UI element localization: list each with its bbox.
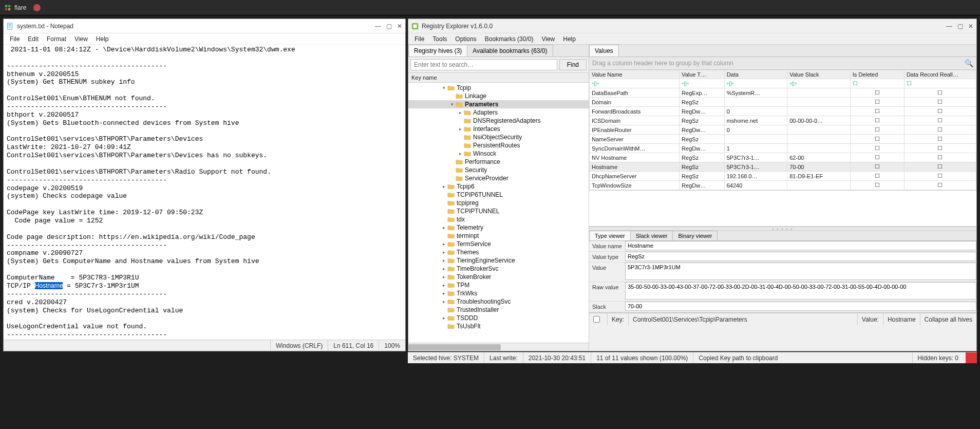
menu-view[interactable]: View	[71, 34, 91, 44]
registry-tree[interactable]: ▾TcpipLinkage▾Parameters▸AdaptersDNSRegi…	[408, 83, 589, 343]
key-checkbox[interactable]	[593, 316, 600, 323]
left-tabs: Registry hives (3)Available bookmarks (6…	[408, 45, 589, 57]
tree-node[interactable]: ▸Winsock	[408, 150, 589, 158]
col-header[interactable]: Is Deleted	[850, 70, 904, 79]
taskbar-close-icon[interactable]	[33, 4, 41, 11]
tab-available-bookmarks-[interactable]: Available bookmarks (63/0)	[467, 45, 553, 57]
notepad-menubar: FileEditFormatViewHelp	[4, 33, 405, 45]
status-indicator-icon[interactable]	[966, 352, 977, 363]
tree-node[interactable]: Security	[408, 166, 589, 174]
notepad-titlebar[interactable]: system.txt - Notepad — ▢ ✕	[4, 19, 405, 33]
tree-node[interactable]: PersistentRoutes	[408, 141, 589, 150]
menu-tools[interactable]: Tools	[429, 34, 450, 44]
tree-node[interactable]: NsiObjectSecurity	[408, 133, 589, 141]
tree-node[interactable]: Linkage	[408, 92, 589, 100]
col-header[interactable]: Data	[724, 70, 787, 79]
tree-node[interactable]: ServiceProvider	[408, 174, 589, 182]
notepad-text-area[interactable]: 2021-11-01 08:24:12Z - \Device\HarddiskV…	[4, 45, 405, 340]
tab-values[interactable]: Values	[589, 45, 619, 57]
tree-node[interactable]: ▾Parameters	[408, 100, 589, 108]
tree-node[interactable]: ▾Tcpip	[408, 84, 589, 92]
tree-node[interactable]: ▸Interfaces	[408, 125, 589, 133]
tree-node[interactable]: ▸Tcpip6	[408, 182, 589, 191]
menu-options[interactable]: Options	[452, 34, 479, 44]
close-button[interactable]: ✕	[968, 23, 973, 30]
group-header[interactable]: Drag a column header here to group by th…	[589, 57, 976, 70]
menu-edit[interactable]: Edit	[25, 34, 42, 44]
grid-row[interactable]: NV HostnameRegSz5P3C7r3-1…62-00☐☐	[590, 153, 976, 162]
minimize-button[interactable]: —	[375, 23, 381, 30]
menu-format[interactable]: Format	[44, 34, 69, 44]
tree-node[interactable]: terminpt	[408, 232, 589, 240]
svg-rect-3	[8, 8, 10, 10]
menu-file[interactable]: File	[7, 34, 23, 44]
tree-node[interactable]: ▸TokenBroker	[408, 273, 589, 281]
tree-node[interactable]: Performance	[408, 158, 589, 166]
grid-row[interactable]: DhcpNameServerRegSz192.168.0…81-D9-E1-EF…	[590, 172, 976, 181]
tree-node[interactable]: ▸TroubleshootingSvc	[408, 297, 589, 306]
tab-type-viewer[interactable]: Type viewer	[589, 231, 631, 240]
tree-node[interactable]: ▸Telemetry	[408, 223, 589, 232]
grid-row[interactable]: NameServerRegSz☐☐	[590, 135, 976, 144]
minimize-button[interactable]: —	[946, 23, 952, 30]
col-header[interactable]: Value Name	[590, 70, 680, 79]
col-header[interactable]: Data Record Reall…	[904, 70, 976, 79]
grid-row[interactable]: TcpWindowSizeRegDw…64240☐☐	[590, 181, 976, 190]
status-zoom: 100%	[379, 340, 405, 351]
detail-value-type[interactable]	[625, 252, 976, 261]
menu-file[interactable]: File	[411, 34, 427, 44]
grid-row[interactable]: DomainRegSz☐☐	[590, 98, 976, 107]
regexp-titlebar[interactable]: Registry Explorer v1.6.0.0 — ▢ ✕	[408, 19, 976, 33]
maximize-button[interactable]: ▢	[957, 23, 963, 30]
tree-node[interactable]: ▸TSDDD	[408, 314, 589, 322]
tree-node[interactable]: tdx	[408, 215, 589, 223]
tree-node[interactable]: DNSRegisteredAdapters	[408, 117, 589, 125]
tree-node[interactable]: ▸TrkWks	[408, 289, 589, 297]
regexp-icon	[411, 23, 419, 30]
tree-node[interactable]: TrustedInstaller	[408, 306, 589, 314]
detail-value[interactable]: 5P3C7r3-1MP3r1UM	[625, 263, 976, 280]
close-button[interactable]: ✕	[397, 23, 402, 30]
tree-node[interactable]: TCPIPTUNNEL	[408, 207, 589, 215]
grid-row[interactable]: IPEnableRouterRegDw…0☐☐	[590, 125, 976, 135]
col-header[interactable]: Value Slack	[787, 70, 851, 79]
grid-row[interactable]: ICSDomainRegSzmshome.net00-00-00-0…☐☐	[590, 116, 976, 125]
tree-node[interactable]: ▸Themes	[408, 248, 589, 256]
tree-node[interactable]: ▸Adapters	[408, 108, 589, 117]
tree-node[interactable]: TsUsbFlt	[408, 322, 589, 330]
collapse-all-button[interactable]: Collapse all hives	[920, 313, 976, 325]
grid-row[interactable]: HostnameRegSz5P3C7r3-1…70-00☐☐	[590, 162, 976, 172]
tree-node[interactable]: ▸TimeBrokerSvc	[408, 265, 589, 273]
tree-search-input[interactable]	[410, 59, 557, 70]
tree-node[interactable]: TCPIP6TUNNEL	[408, 191, 589, 199]
menu-help[interactable]: Help	[560, 34, 579, 44]
find-button[interactable]: Find	[559, 59, 587, 70]
taskbar: flare	[0, 0, 980, 15]
tree-column-header[interactable]: Key name	[408, 73, 589, 83]
maximize-button[interactable]: ▢	[386, 23, 392, 30]
grid-row[interactable]: ForwardBroadcastsRegDw…0☐☐	[590, 107, 976, 116]
col-header[interactable]: Value T…	[680, 70, 725, 79]
menu-bookmarks-[interactable]: Bookmarks (30/0)	[482, 34, 537, 44]
notepad-title: system.txt - Notepad	[17, 23, 73, 30]
detail-slack[interactable]	[625, 302, 976, 311]
detail-raw-value[interactable]: 35-00-50-00-33-00-43-00-37-00-72-00-33-0…	[625, 282, 976, 300]
notepad-window: system.txt - Notepad — ▢ ✕ FileEditForma…	[3, 18, 406, 351]
tab-binary-viewer[interactable]: Binary viewer	[672, 231, 718, 240]
splitter[interactable]: • • • • •	[589, 227, 976, 231]
search-icon[interactable]: 🔍	[965, 59, 973, 67]
tab-slack-viewer[interactable]: Slack viewer	[630, 231, 673, 240]
tab-registry-hives-[interactable]: Registry hives (3)	[408, 45, 467, 57]
menu-help[interactable]: Help	[93, 34, 112, 44]
tree-node[interactable]: ▸TermService	[408, 240, 589, 248]
grid-row[interactable]: DataBasePathRegExp…%SystemR…☐☐	[590, 88, 976, 98]
tree-node[interactable]: tcpipreg	[408, 199, 589, 207]
tree-hscrollbar[interactable]	[408, 343, 589, 351]
grid-row[interactable]: SyncDomainWithM…RegDw…1☐☐	[590, 144, 976, 153]
tree-node[interactable]: ▸TieringEngineService	[408, 256, 589, 265]
tree-node[interactable]: ▸TPM	[408, 281, 589, 289]
menu-view[interactable]: View	[538, 34, 558, 44]
values-grid[interactable]: Value NameValue T…DataValue SlackIs Dele…	[589, 70, 976, 191]
detail-value-name[interactable]	[625, 241, 976, 250]
registry-explorer-window: Registry Explorer v1.6.0.0 — ▢ ✕ FileToo…	[408, 18, 977, 351]
